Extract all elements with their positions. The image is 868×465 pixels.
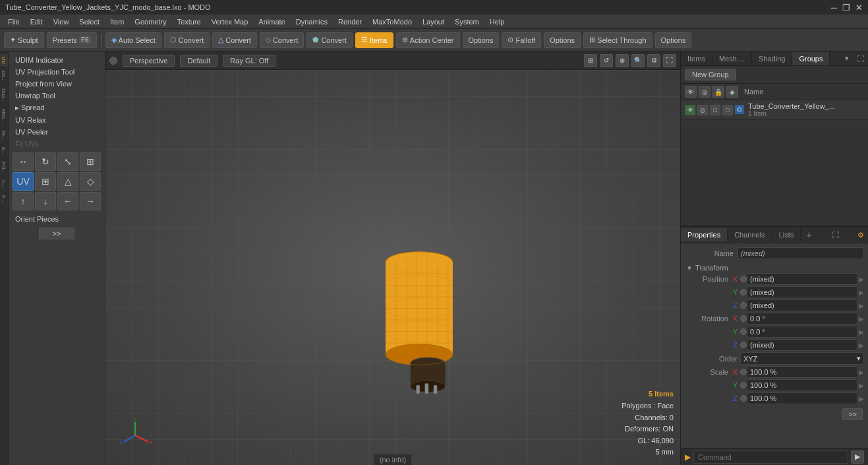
scale-y-field[interactable]: 100.0 %	[747, 379, 857, 391]
uv-peeler-tool[interactable]: UV Peeler	[11, 126, 102, 138]
tool-grid[interactable]: ⊞	[35, 172, 56, 191]
name-property-value[interactable]: (mixed)	[738, 247, 864, 259]
group-icon-solo[interactable]: ◈	[726, 86, 738, 98]
presets-button[interactable]: Presets F6	[47, 32, 97, 48]
rotation-z-dot[interactable]	[740, 342, 747, 348]
menu-animate[interactable]: Animate	[253, 16, 290, 27]
position-z-dot[interactable]	[740, 302, 747, 309]
convert4-button[interactable]: ⬟ Convert	[306, 32, 353, 48]
options1-button[interactable]: Options	[463, 32, 500, 48]
menu-view[interactable]: View	[48, 16, 74, 27]
options2-button[interactable]: Options	[544, 32, 581, 48]
menu-item[interactable]: Item	[105, 16, 129, 27]
group-lock-icon[interactable]: □	[710, 105, 720, 115]
right-tab-shading[interactable]: Shading	[752, 52, 792, 65]
vp-ctrl-grid[interactable]: ⊞	[584, 54, 597, 67]
left-strip-pol[interactable]: Pol...	[0, 159, 8, 176]
falloff-button[interactable]: ⊙ Falloff	[502, 32, 541, 48]
left-strip-ye[interactable]: Ye...	[0, 127, 8, 143]
unwrap-tool[interactable]: Unwrap Tool	[11, 90, 102, 102]
orient-pieces-tool[interactable]: Orient Pieces	[11, 213, 102, 225]
action-center-button[interactable]: ⊕ Action Center	[396, 32, 460, 48]
maximize-button[interactable]: ❐	[842, 3, 850, 13]
scale-x-arrow-icon[interactable]: ▶	[859, 369, 864, 376]
left-strip-uv[interactable]: UV	[0, 54, 8, 67]
scale-z-arrow-icon[interactable]: ▶	[859, 395, 864, 402]
vp-ctrl-refresh[interactable]: ↺	[600, 54, 613, 67]
vp-ctrl-expand[interactable]: ⛶	[663, 54, 676, 67]
viewport-dot[interactable]	[109, 57, 117, 65]
menu-dynamics[interactable]: Dynamics	[291, 16, 333, 27]
vp-ctrl-zoom[interactable]: ⊕	[616, 54, 629, 67]
right-tab-groups[interactable]: Groups	[792, 52, 830, 65]
left-strip-c[interactable]: C...	[0, 177, 8, 191]
left-strip-mesh[interactable]: Mes...	[0, 106, 8, 126]
props-expand-button[interactable]: ⛶	[828, 228, 843, 241]
tool-scale[interactable]: ⤡	[57, 152, 78, 171]
uv-projection-tool[interactable]: UV Projection Tool	[11, 66, 102, 78]
left-strip-dup[interactable]: Dup...	[0, 86, 8, 105]
menu-texture[interactable]: Texture	[172, 16, 206, 27]
menu-edit[interactable]: Edit	[25, 16, 48, 27]
menu-vertex-map[interactable]: Vertex Map	[206, 16, 254, 27]
menu-system[interactable]: System	[449, 16, 484, 27]
udim-indicator-tool[interactable]: UDIM Indicator	[11, 54, 102, 66]
minimize-button[interactable]: ─	[831, 3, 837, 13]
vp-ctrl-search[interactable]: 🔍	[631, 54, 645, 67]
viewport-tab-raygl[interactable]: Ray GL: Off	[223, 55, 275, 67]
right-tab-mesh[interactable]: Mesh ...	[712, 52, 752, 65]
auto-select-button[interactable]: ◈ Auto Select	[105, 32, 161, 48]
tool-diamond[interactable]: ◇	[80, 172, 101, 191]
group-render-icon[interactable]: ◎	[697, 105, 708, 115]
uv-relax-tool[interactable]: UV Relax	[11, 114, 102, 126]
scale-y-dot[interactable]	[740, 382, 747, 388]
menu-layout[interactable]: Layout	[417, 16, 449, 27]
options3-button[interactable]: Options	[655, 32, 692, 48]
right-tab-more[interactable]: ▾	[841, 51, 853, 65]
rotation-z-arrow-icon[interactable]: ▶	[859, 342, 864, 349]
position-y-dot[interactable]	[740, 289, 747, 295]
props-more-button[interactable]: >>	[842, 408, 863, 420]
right-tab-expand[interactable]: ⛶	[853, 52, 868, 65]
group-solo-icon[interactable]: □	[722, 105, 733, 115]
position-z-field[interactable]: (mixed)	[747, 299, 857, 311]
tool-move[interactable]: ↔	[13, 152, 34, 171]
rotation-y-field[interactable]: 0.0 °	[747, 326, 857, 338]
tool-up[interactable]: ↑	[13, 192, 34, 210]
position-z-arrow-icon[interactable]: ▶	[859, 302, 864, 309]
props-settings-button[interactable]: ⚙	[854, 228, 868, 242]
viewport-tab-default[interactable]: Default	[180, 55, 217, 67]
rotation-y-arrow-icon[interactable]: ▶	[859, 328, 864, 336]
left-strip-f[interactable]: F...	[0, 193, 8, 205]
sculpt-button[interactable]: ✦ Sculpt	[4, 32, 44, 48]
items-button[interactable]: ☰ Items	[355, 32, 393, 48]
tool-down[interactable]: ↓	[35, 192, 56, 210]
position-x-field[interactable]: (mixed)	[747, 273, 857, 285]
scale-x-field[interactable]: 100.0 %	[747, 366, 857, 378]
order-select[interactable]: XYZ ▾	[740, 352, 864, 365]
left-strip-e[interactable]: E...	[0, 144, 8, 158]
convert3-button[interactable]: ◇ Convert	[260, 32, 304, 48]
scale-z-dot[interactable]	[740, 395, 747, 402]
fit-uvs-tool[interactable]: Fit UVs	[11, 138, 102, 150]
new-group-button[interactable]: New Group	[685, 69, 736, 80]
menu-select[interactable]: Select	[74, 16, 105, 27]
command-input[interactable]	[693, 450, 848, 464]
select-through-button[interactable]: ⊞ Select Through	[583, 32, 652, 48]
rotation-x-field[interactable]: 0.0 °	[747, 313, 857, 325]
props-tab-properties[interactable]: Properties	[681, 228, 728, 241]
scale-x-dot[interactable]	[740, 369, 747, 375]
project-from-view-tool[interactable]: Project from View	[11, 78, 102, 90]
props-add-button[interactable]: +	[801, 227, 817, 243]
position-x-dot[interactable]	[740, 276, 747, 282]
convert1-button[interactable]: ⬡ Convert	[164, 32, 210, 48]
group-item[interactable]: 👁 ◎ □ □ G Tube_Converter_Yellow_... 1 It…	[681, 100, 868, 120]
tool-rotate[interactable]: ↻	[35, 152, 56, 171]
right-tab-items[interactable]: Items	[681, 52, 712, 65]
convert2-button[interactable]: △ Convert	[212, 32, 257, 48]
viewport[interactable]: 5 Items Polygons : Face Channels: 0 Defo…	[105, 70, 680, 465]
more-tools-button[interactable]: >>	[39, 228, 75, 239]
position-y-field[interactable]: (mixed)	[747, 286, 857, 298]
group-eye-icon[interactable]: 👁	[685, 105, 695, 115]
props-tab-lists[interactable]: Lists	[772, 228, 801, 241]
